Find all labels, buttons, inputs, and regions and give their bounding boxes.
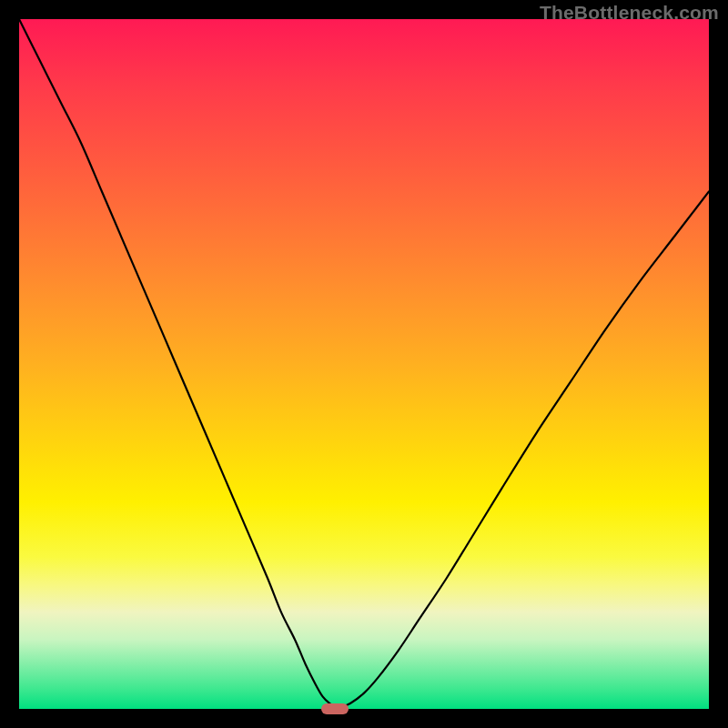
plot-area [19,19,709,709]
watermark-text: TheBottleneck.com [540,2,719,24]
chart-container: TheBottleneck.com [0,0,728,728]
optimal-marker [321,703,349,714]
bottleneck-curve [19,19,709,709]
